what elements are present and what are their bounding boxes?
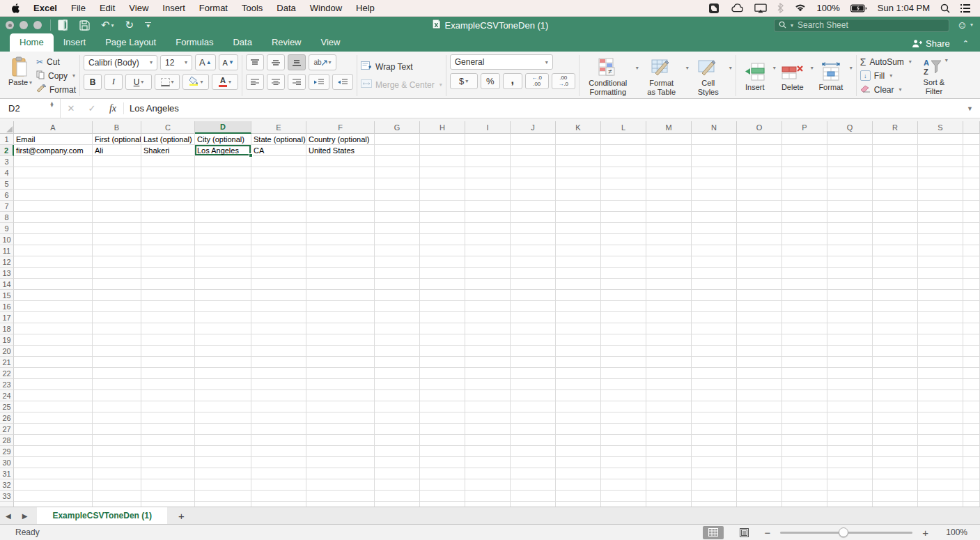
cell-H5[interactable] (420, 178, 465, 190)
col-header-F[interactable]: F (306, 121, 375, 134)
cell-S7[interactable] (918, 201, 963, 212)
row-header-5[interactable]: 5 (0, 178, 14, 190)
cell-Q17[interactable] (827, 312, 873, 323)
wrap-text-button[interactable]: Wrap Text (361, 61, 442, 72)
cell-A18[interactable] (14, 323, 93, 334)
cell-x10[interactable] (963, 234, 980, 245)
cell-S15[interactable] (918, 290, 963, 301)
col-header-A[interactable]: A (14, 121, 93, 134)
cell-B9[interactable] (93, 223, 141, 234)
cell-H3[interactable] (420, 156, 465, 167)
cell-G25[interactable] (375, 401, 420, 412)
cell-F20[interactable] (306, 346, 375, 357)
cell-x5[interactable] (963, 178, 980, 190)
cell-G22[interactable] (375, 368, 420, 379)
cell-D2[interactable]: Los Angeles (195, 145, 251, 156)
cell-M31[interactable] (646, 468, 692, 479)
cell-x22[interactable] (963, 368, 980, 379)
collapse-ribbon-chevron-icon[interactable]: ⌃ (963, 39, 969, 48)
cell-B32[interactable] (93, 479, 141, 491)
cell-A8[interactable] (14, 212, 93, 223)
cell-E15[interactable] (251, 290, 306, 301)
cell-O15[interactable] (737, 290, 782, 301)
cell-H11[interactable] (420, 245, 465, 256)
cell-B11[interactable] (93, 245, 141, 256)
cell-C30[interactable] (141, 457, 195, 468)
cell-K7[interactable] (556, 201, 601, 212)
cell-L9[interactable] (601, 223, 646, 234)
cell-Q10[interactable] (827, 234, 873, 245)
cell-M3[interactable] (646, 156, 692, 167)
cell-D20[interactable] (195, 346, 251, 357)
cell-H27[interactable] (420, 424, 465, 435)
cell-H15[interactable] (420, 290, 465, 301)
cell-x12[interactable] (963, 256, 980, 268)
cell-D30[interactable] (195, 457, 251, 468)
cell-E13[interactable] (251, 268, 306, 279)
cell-x13[interactable] (963, 268, 980, 279)
cell-E9[interactable] (251, 223, 306, 234)
cell-L24[interactable] (601, 390, 646, 401)
cell-x19[interactable] (963, 334, 980, 346)
comma-style-button[interactable]: , (503, 73, 522, 89)
cell-E28[interactable] (251, 435, 306, 446)
cell-B19[interactable] (93, 334, 141, 346)
cell-C27[interactable] (141, 424, 195, 435)
cell-L13[interactable] (601, 268, 646, 279)
cell-O22[interactable] (737, 368, 782, 379)
cell-F16[interactable] (306, 301, 375, 312)
cell-K10[interactable] (556, 234, 601, 245)
cell-F7[interactable] (306, 201, 375, 212)
cell-S20[interactable] (918, 346, 963, 357)
cell-S23[interactable] (918, 379, 963, 390)
cell-K18[interactable] (556, 323, 601, 334)
cell-A2[interactable]: first@company.com (14, 145, 93, 156)
cell-H33[interactable] (420, 491, 465, 502)
menu-item-window[interactable]: Window (303, 0, 349, 16)
cell-Q34[interactable] (827, 502, 873, 507)
cell-E34[interactable] (251, 502, 306, 507)
window-zoom-button[interactable] (33, 21, 42, 29)
cell-N32[interactable] (692, 479, 737, 491)
col-header-Q[interactable]: Q (827, 121, 873, 134)
row-header-24[interactable]: 24 (0, 390, 14, 401)
cell-C17[interactable] (141, 312, 195, 323)
cell-H19[interactable] (420, 334, 465, 346)
cell-O1[interactable] (737, 134, 782, 145)
cell-P31[interactable] (782, 468, 827, 479)
clear-button[interactable]: Clear▾ (860, 84, 912, 95)
font-size-select[interactable]: 12▾ (160, 55, 192, 70)
cell-R12[interactable] (873, 256, 918, 268)
menu-item-tools[interactable]: Tools (235, 0, 270, 16)
cell-R24[interactable] (873, 390, 918, 401)
cell-B23[interactable] (93, 379, 141, 390)
cell-Q9[interactable] (827, 223, 873, 234)
cell-B4[interactable] (93, 167, 141, 178)
cell-E31[interactable] (251, 468, 306, 479)
cell-C2[interactable]: Shakeri (141, 145, 195, 156)
cell-K13[interactable] (556, 268, 601, 279)
cell-R32[interactable] (873, 479, 918, 491)
cell-K11[interactable] (556, 245, 601, 256)
cell-A32[interactable] (14, 479, 93, 491)
cell-M4[interactable] (646, 167, 692, 178)
row-header-11[interactable]: 11 (0, 245, 14, 256)
cell-A15[interactable] (14, 290, 93, 301)
cell-S4[interactable] (918, 167, 963, 178)
clock-label[interactable]: Sun 1:04 PM (878, 3, 930, 13)
col-header-G[interactable]: G (375, 121, 420, 134)
cell-P6[interactable] (782, 190, 827, 201)
cell-S27[interactable] (918, 424, 963, 435)
cell-B2[interactable]: Ali (93, 145, 141, 156)
cell-B25[interactable] (93, 401, 141, 412)
menu-item-insert[interactable]: Insert (155, 0, 192, 16)
cell-Q11[interactable] (827, 245, 873, 256)
cell-D22[interactable] (195, 368, 251, 379)
cell-N25[interactable] (692, 401, 737, 412)
cell-x25[interactable] (963, 401, 980, 412)
row-header-6[interactable]: 6 (0, 190, 14, 201)
cell-J7[interactable] (511, 201, 556, 212)
row-header-25[interactable]: 25 (0, 401, 14, 412)
cell-C25[interactable] (141, 401, 195, 412)
cell-N19[interactable] (692, 334, 737, 346)
